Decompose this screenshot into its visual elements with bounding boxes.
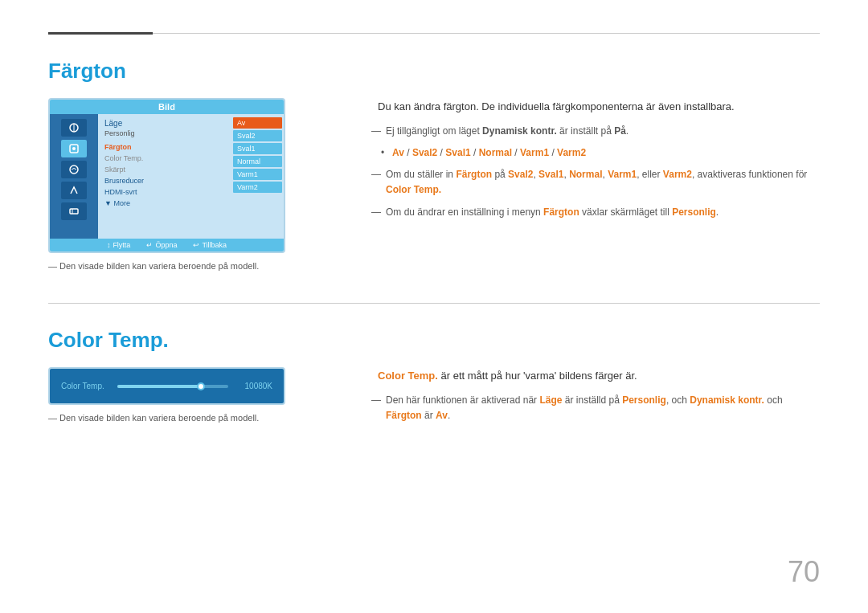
monitor-body: Läge Personlig Färgton Color Temp. Skärp… (50, 114, 284, 239)
varm2-label: Varm2 (557, 147, 586, 158)
colortemp-desc-bold: Color Temp. (378, 370, 438, 382)
svg-point-4 (70, 166, 78, 174)
fargton-note1: Ej tillgängligt om läget Dynamisk kontr.… (378, 124, 820, 139)
enter-icon: ↵ (146, 241, 153, 249)
section-colortemp-left: Color Temp. Color Temp. 10080K — Den vis… (48, 328, 346, 430)
sval1-label: Sval1 (445, 147, 470, 158)
varm2-bold: Varm2 (663, 169, 692, 180)
svg-point-3 (72, 147, 76, 150)
personlig-bold: Personlig (672, 206, 716, 218)
fargton-bold3: Färgton (386, 410, 422, 421)
section-fargton-left: Färgton Bild (48, 59, 346, 271)
submenu-sval1: Sval1 (233, 143, 282, 154)
svg-rect-5 (70, 209, 78, 214)
dynamisk-kontr-bold: Dynamisk kontr. (482, 125, 557, 137)
fargton-desc: Du kan ändra färgton. De individuella fä… (378, 99, 820, 116)
personlig-bold2: Personlig (622, 394, 666, 406)
submenu-sval2: Sval2 (233, 130, 282, 141)
section-colortemp-right: Color Temp. är ett mått på hur 'varma' b… (378, 328, 820, 430)
arrow-icon: ↕ (107, 241, 111, 249)
flytta-label: Flytta (113, 241, 130, 249)
colortemp-note1: Den här funktionen är aktiverad när Läge… (378, 393, 820, 423)
monitor-header: Bild (50, 100, 284, 114)
submenu-varm2: Varm2 (233, 182, 282, 193)
monitor-content: Läge Personlig Färgton Color Temp. Skärp… (98, 114, 284, 239)
oppna-label: Öppna (155, 241, 177, 249)
sval2-label: Sval2 (412, 147, 437, 158)
av-bold: Av (436, 410, 448, 421)
fargton-title: Färgton (48, 59, 346, 84)
bottom-bar-oppna: ↵ Öppna (146, 241, 177, 249)
note-content: Den visade bilden kan variera beroende p… (59, 261, 259, 271)
slider-thumb (197, 382, 205, 390)
menu-item-more: ▼ More (104, 198, 277, 208)
av-label: Av (392, 147, 404, 158)
fargton-bold: Färgton (456, 169, 492, 180)
fargton-monitor-note: — Den visade bilden kan variera beroende… (48, 261, 346, 271)
note-dash: — (48, 261, 59, 271)
monitor-icon-4 (61, 182, 87, 199)
lage-bold: Läge (539, 394, 562, 406)
colortemp-title: Color Temp. (48, 328, 346, 353)
monitor-icon-2 (61, 140, 87, 157)
colortemp-slider-mockup: Color Temp. 10080K (48, 367, 285, 405)
monitor-sidebar (50, 114, 98, 239)
top-divider-light (153, 33, 820, 34)
monitor-bottom-bar: ↕ Flytta ↵ Öppna ↩ Tillbaka (50, 239, 284, 251)
varm1-label: Varm1 (520, 147, 549, 158)
slider-value: 10080K (236, 382, 272, 390)
normal-label: Normal (479, 147, 512, 158)
bottom-bar-tillbaka: ↩ Tillbaka (193, 241, 227, 249)
submenu-varm1: Varm1 (233, 169, 282, 180)
normal-bold: Normal (569, 169, 602, 180)
colortemp-monitor-note: — Den visade bilden kan variera beroende… (48, 413, 346, 423)
varm1-bold: Varm1 (608, 169, 637, 180)
fargton-bullet: Av / Sval2 / Sval1 / Normal / Varm1 / Va… (378, 145, 820, 161)
submenu-normal: Normal (233, 156, 282, 167)
slider-fill (117, 385, 201, 388)
section-colortemp: Color Temp. Color Temp. 10080K — Den vis… (48, 328, 820, 430)
fargton-note2: Om du ställer in Färgton på Sval2, Sval1… (378, 167, 820, 198)
monitor-submenu: Av Sval2 Sval1 Normal Varm1 Varm2 (231, 114, 284, 196)
colortemp-bold: Color Temp. (386, 184, 441, 195)
page-number: 70 (788, 555, 820, 589)
note-dash2: — (48, 413, 59, 423)
sval2-bold: Sval2 (508, 169, 533, 180)
slider-label: Color Temp. (61, 382, 109, 390)
mid-divider (48, 303, 820, 304)
bottom-bar-flytta: ↕ Flytta (107, 241, 131, 249)
fargton-desc-text: Du kan ändra färgton. De individuella fä… (378, 100, 735, 112)
page-container: Färgton Bild (0, 0, 868, 494)
fargton-bold2: Färgton (543, 206, 579, 218)
colortemp-desc-rest: är ett mått på hur 'varma' bildens färge… (438, 370, 637, 382)
top-dividers (48, 32, 820, 35)
fargton-monitor: Bild (48, 98, 285, 253)
fargton-note3: Om du ändrar en inställning i menyn Färg… (378, 205, 820, 220)
monitor-icon-3 (61, 161, 87, 178)
dynamisk-bold: Dynamisk kontr. (690, 394, 764, 406)
section-fargton: Färgton Bild (48, 59, 820, 271)
section-fargton-right: Du kan ändra färgton. De individuella fä… (378, 59, 820, 271)
slider-track (117, 385, 228, 388)
colortemp-note-content: Den visade bilden kan variera beroende p… (59, 413, 259, 423)
pa-bold: På (614, 125, 626, 137)
monitor-icon-1 (61, 119, 87, 137)
slider-row: Color Temp. 10080K (61, 382, 272, 390)
submenu-av: Av (233, 117, 282, 129)
monitor-icon-5 (61, 202, 87, 220)
colortemp-desc: Color Temp. är ett mått på hur 'varma' b… (378, 368, 820, 385)
sval1-bold: Sval1 (538, 169, 563, 180)
tillbaka-label: Tillbaka (202, 241, 227, 249)
top-divider-dark (48, 32, 153, 35)
back-icon: ↩ (193, 241, 199, 249)
